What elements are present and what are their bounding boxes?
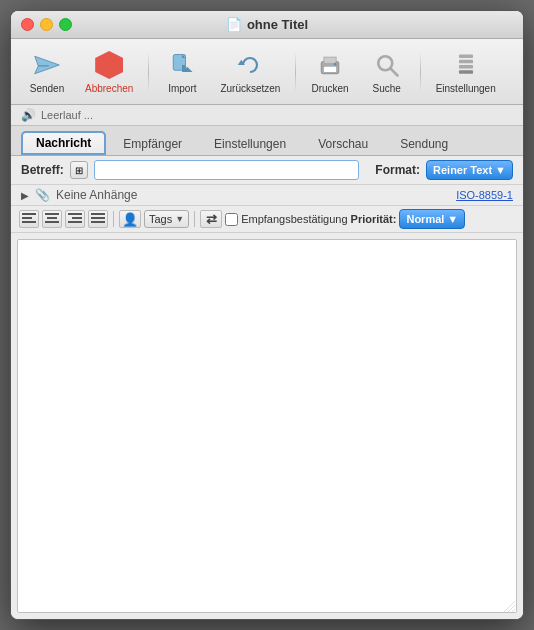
svg-rect-18 [22,217,32,219]
svg-rect-25 [68,221,82,223]
title-bar: 📄 ohne Titel [11,11,523,39]
maximize-button[interactable] [59,18,72,31]
tab-vorschau[interactable]: Vorschau [303,132,383,155]
person-btn[interactable]: 👤 [119,210,141,228]
editor-area [17,239,517,613]
tab-nachricht[interactable]: Nachricht [21,131,106,155]
svg-rect-27 [91,217,105,219]
svg-rect-19 [22,221,36,223]
svg-rect-21 [47,217,57,219]
tab-empfaenger[interactable]: Empfänger [108,132,197,155]
align-right-btn[interactable] [65,210,85,228]
abbrechen-button[interactable]: Abbrechen [77,45,141,98]
svg-rect-28 [91,221,105,223]
format-select[interactable]: Reiner Text ▼ [426,160,513,180]
svg-line-12 [390,69,397,76]
betreff-options-btn[interactable]: ⊞ [70,161,88,179]
fmt-separator-2 [194,211,195,227]
message-body[interactable] [18,240,516,612]
toolbar-separator-3 [420,52,421,92]
svg-rect-24 [72,217,82,219]
tab-einstellungen[interactable]: Einstellungen [199,132,301,155]
prioritaet-select[interactable]: Normal ▼ [399,209,465,229]
zuruecksetzen-button[interactable]: Zurücksetzen [212,45,288,98]
window-title: 📄 ohne Titel [226,17,308,32]
traffic-lights [21,18,72,31]
svg-line-30 [507,605,515,613]
zuruecksetzen-icon [234,49,266,81]
format-toolbar: 👤 Tags ▼ ⇄ Empfangsbestätigung Priorität… [11,206,523,233]
betreff-label: Betreff: [21,163,64,177]
svg-rect-22 [45,221,59,223]
betreff-input[interactable] [94,160,360,180]
shuffle-btn[interactable]: ⇄ [200,210,222,228]
tab-bar: Nachricht Empfänger Einstellungen Vorsch… [11,126,523,156]
empfangsbestaetigung-label: Empfangsbestätigung [241,213,347,225]
svg-rect-14 [459,60,473,64]
main-window: 📄 ohne Titel Senden Abbrechen [10,10,524,620]
charset-link[interactable]: ISO-8859-1 [456,189,513,201]
drucken-button[interactable]: Drucken [303,45,356,98]
empfangsbestaetigung-checkbox[interactable] [225,213,238,226]
import-icon [166,49,198,81]
tab-sendung[interactable]: Sendung [385,132,463,155]
status-text: Leerlauf ... [41,109,93,121]
import-button[interactable]: Import [156,45,208,98]
einstellungen-button[interactable]: Einstellungen [428,45,504,98]
document-icon: 📄 [226,17,242,32]
toolbar: Senden Abbrechen Import [11,39,523,105]
svg-rect-8 [324,67,336,72]
attach-text: Keine Anhänge [56,188,137,202]
drucken-icon [314,49,346,81]
minimize-button[interactable] [40,18,53,31]
format-label: Format: [375,163,420,177]
align-center-btn[interactable] [42,210,62,228]
close-button[interactable] [21,18,34,31]
svg-rect-20 [45,213,59,215]
svg-rect-23 [68,213,82,215]
content-area: Betreff: ⊞ Format: Reiner Text ▼ ▶ 📎 Kei… [11,156,523,619]
tags-arrow-icon: ▼ [175,214,184,224]
svg-rect-13 [459,55,473,59]
speaker-icon: 🔊 [21,108,36,122]
abbrechen-icon [93,49,125,81]
svg-line-31 [511,609,515,613]
align-left-btn[interactable] [19,210,39,228]
svg-rect-5 [182,65,186,72]
fmt-separator-1 [113,211,114,227]
senden-icon [31,49,63,81]
senden-button[interactable]: Senden [21,45,73,98]
tags-select[interactable]: Tags ▼ [144,210,189,228]
priority-arrow-icon: ▼ [447,213,458,225]
svg-rect-16 [459,70,473,74]
toolbar-separator-2 [295,52,296,92]
prioritaet-label: Priorität: [351,213,397,225]
suche-icon [371,49,403,81]
toolbar-separator-1 [148,52,149,92]
paperclip-icon: 📎 [35,188,50,202]
einstellungen-icon [450,49,482,81]
suche-button[interactable]: Suche [361,45,413,98]
status-bar: 🔊 Leerlauf ... [11,105,523,126]
format-arrow-icon: ▼ [495,164,506,176]
svg-rect-17 [22,213,36,215]
svg-marker-0 [35,56,60,74]
svg-rect-9 [324,57,336,63]
attach-arrow-icon[interactable]: ▶ [21,190,29,201]
resize-handle[interactable] [503,599,515,611]
svg-rect-26 [91,213,105,215]
betreff-row: Betreff: ⊞ Format: Reiner Text ▼ [11,156,523,185]
align-justify-btn[interactable] [88,210,108,228]
svg-rect-15 [459,65,473,69]
attachments-row: ▶ 📎 Keine Anhänge ISO-8859-1 [11,185,523,206]
svg-point-10 [334,63,337,66]
